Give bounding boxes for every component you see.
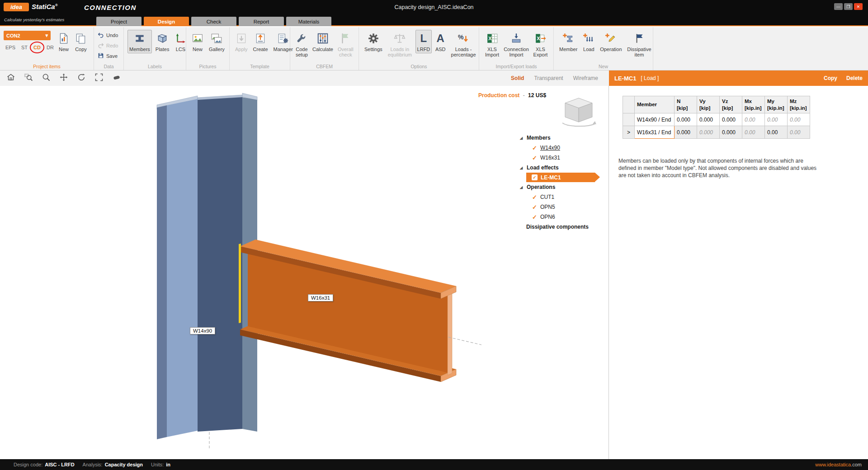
tree-item-opn6[interactable]: ✓ OPN6 bbox=[520, 212, 609, 222]
checkmark-icon[interactable]: ✓ bbox=[532, 155, 537, 161]
labels-plates-toggle[interactable]: Plates bbox=[154, 30, 171, 53]
row-marker-header bbox=[623, 96, 635, 113]
overall-check-button[interactable]: Overall check bbox=[336, 30, 355, 59]
tree-item-w14x90[interactable]: ✓ W14x90 bbox=[520, 143, 609, 153]
checkmark-icon[interactable]: ✓ bbox=[532, 194, 537, 201]
pan-button[interactable] bbox=[59, 74, 68, 83]
fit-view-button[interactable] bbox=[94, 74, 104, 83]
loads-percentage-button[interactable]: % Loads - percentage bbox=[449, 30, 478, 59]
member-cell-selected[interactable]: W16x31 / End bbox=[635, 126, 675, 139]
connection-import-button[interactable]: Connection Import bbox=[503, 30, 529, 59]
code-st[interactable]: ST bbox=[21, 45, 28, 50]
labels-members-toggle[interactable]: Members bbox=[127, 30, 152, 53]
lrfd-toggle[interactable]: L LRFD bbox=[415, 30, 432, 53]
tree-item-cut1[interactable]: ✓ CUT1 bbox=[520, 192, 609, 202]
tree-item-le-mc1-label: LE-MC1 bbox=[541, 174, 561, 181]
xls-import-button[interactable]: X XLS Import bbox=[483, 30, 501, 59]
expand-triangle-icon[interactable]: ◢ bbox=[520, 166, 527, 170]
create-icon bbox=[255, 31, 266, 46]
checkbox-checked-icon[interactable]: ✓ bbox=[532, 174, 538, 180]
loads-equilibrium-button[interactable]: Loads in equilibrium bbox=[386, 30, 414, 59]
close-button[interactable]: ✕ bbox=[854, 3, 863, 10]
checkmark-icon[interactable]: ✓ bbox=[532, 204, 537, 211]
new-project-item-button[interactable]: New bbox=[56, 30, 71, 53]
value-cell[interactable]: 0.000 bbox=[697, 113, 720, 126]
code-setup-button[interactable]: Code setup bbox=[294, 30, 310, 59]
new-load-button[interactable]: Load bbox=[581, 30, 596, 53]
new-operation-label: Operation bbox=[600, 46, 622, 52]
checkmark-icon[interactable]: ✓ bbox=[532, 214, 537, 221]
mode-transparent[interactable]: Transparent bbox=[534, 75, 563, 81]
value-cell[interactable]: 0.000 bbox=[675, 126, 697, 139]
website-link[interactable]: www.ideastatica.com bbox=[815, 462, 862, 467]
tab-check[interactable]: Check bbox=[191, 17, 236, 26]
code-cd[interactable]: CD bbox=[33, 45, 41, 50]
tab-report[interactable]: Report bbox=[239, 17, 284, 26]
connection-selector[interactable]: CON2 ▾ bbox=[4, 31, 51, 40]
document-title: Capacity design_AISC.ideaCon bbox=[394, 4, 473, 10]
value-cell[interactable]: 0.000 bbox=[675, 113, 697, 126]
picture-new-button[interactable]: New bbox=[190, 30, 205, 53]
mode-wireframe[interactable]: Wireframe bbox=[573, 75, 598, 81]
member-label-column[interactable]: W14x90 bbox=[190, 327, 215, 334]
zoom-button[interactable] bbox=[42, 74, 51, 83]
code-eps[interactable]: EPS bbox=[5, 45, 15, 50]
model-tree: ◢ Members ✓ W14x90 ✓ W16x31 ◢ Load effec… bbox=[520, 133, 609, 232]
percent-down-icon: % bbox=[458, 31, 469, 46]
new-member-button[interactable]: Member bbox=[557, 30, 579, 53]
col-my: My[kip.in] bbox=[765, 96, 788, 113]
value-cell[interactable]: 0.000 bbox=[720, 126, 742, 139]
copy-load-button[interactable]: Copy bbox=[824, 75, 837, 81]
clip-view-button[interactable] bbox=[112, 74, 121, 83]
minimize-button[interactable]: — bbox=[834, 3, 843, 10]
new-operation-button[interactable]: Operation bbox=[598, 30, 623, 53]
nav-cube[interactable] bbox=[555, 94, 602, 130]
code-dr[interactable]: DR bbox=[47, 45, 54, 50]
delete-load-button[interactable]: Delete bbox=[846, 75, 863, 81]
redo-button[interactable]: Redo bbox=[98, 41, 118, 50]
home-view-button[interactable] bbox=[6, 74, 15, 83]
member-label-beam[interactable]: W16x31 bbox=[308, 294, 333, 301]
calculate-button[interactable]: Calculate bbox=[311, 30, 334, 53]
tab-design[interactable]: Design bbox=[144, 17, 189, 26]
table-row-selected[interactable]: > W16x31 / End 0.000 0.000 0.000 0.00 0.… bbox=[623, 126, 810, 139]
mode-solid[interactable]: Solid bbox=[511, 75, 524, 81]
template-create-label: Create bbox=[253, 46, 268, 52]
expand-triangle-icon[interactable]: ◢ bbox=[520, 136, 527, 140]
tree-section-members[interactable]: ◢ Members bbox=[520, 133, 609, 143]
xls-export-button[interactable]: X XLS Export bbox=[531, 30, 550, 59]
template-create-button[interactable]: Create bbox=[251, 30, 270, 53]
rotate-button[interactable] bbox=[77, 74, 86, 83]
tree-section-dissipative[interactable]: Dissipative components bbox=[520, 222, 609, 232]
new-dissipative-item-button[interactable]: Dissipative item bbox=[625, 30, 653, 59]
value-cell-disabled: 0.00 bbox=[765, 113, 788, 126]
value-cell[interactable]: 0.000 bbox=[720, 113, 742, 126]
3d-viewport[interactable]: Production cost - 12 US$ W14x90 W16x31 ◢… bbox=[0, 86, 609, 459]
save-button[interactable]: Save bbox=[98, 52, 118, 60]
dropdown-caret-icon: ▾ bbox=[45, 33, 48, 38]
dissipative-flag-icon bbox=[633, 31, 645, 46]
loads-percentage-label: Loads - percentage bbox=[451, 46, 476, 58]
website-tld: .com bbox=[851, 462, 862, 467]
table-row[interactable]: W14x90 / End 0.000 0.000 0.000 0.00 0.00… bbox=[623, 113, 810, 126]
settings-button[interactable]: Settings bbox=[363, 30, 384, 53]
tab-materials[interactable]: Materials bbox=[286, 17, 331, 26]
tree-item-le-mc1-selected[interactable]: ✓ LE-MC1 bbox=[526, 173, 595, 182]
maximize-button[interactable]: ❐ bbox=[844, 3, 853, 10]
asd-toggle[interactable]: A ASD bbox=[434, 30, 448, 53]
zoom-icon bbox=[42, 73, 51, 84]
zoom-window-button[interactable] bbox=[24, 74, 33, 83]
value-cell[interactable]: 0.00 bbox=[765, 126, 788, 139]
checkmark-icon[interactable]: ✓ bbox=[532, 145, 537, 151]
tree-section-load-effects[interactable]: ◢ Load effects bbox=[520, 163, 609, 173]
template-apply-button[interactable]: Apply bbox=[233, 30, 250, 53]
picture-gallery-button[interactable]: Gallery bbox=[207, 30, 226, 53]
tab-project[interactable]: Project bbox=[96, 17, 142, 26]
member-cell[interactable]: W14x90 / End bbox=[635, 113, 675, 126]
tree-section-operations[interactable]: ◢ Operations bbox=[520, 182, 609, 192]
tree-item-opn5[interactable]: ✓ OPN5 bbox=[520, 202, 609, 212]
undo-button[interactable]: Undo bbox=[98, 31, 118, 39]
expand-triangle-icon[interactable]: ◢ bbox=[520, 185, 527, 189]
tree-item-w16x31[interactable]: ✓ W16x31 bbox=[520, 153, 609, 163]
copy-project-item-button[interactable]: Copy bbox=[73, 30, 89, 53]
